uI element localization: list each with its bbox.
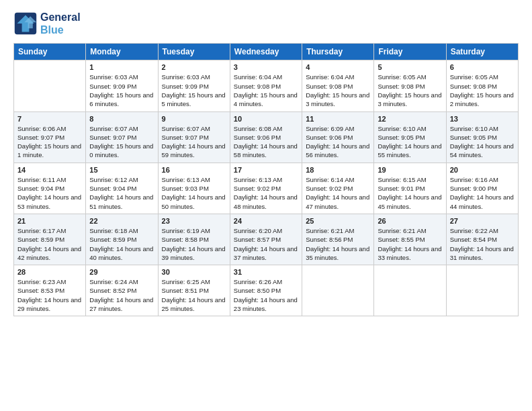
sunset-text: Sunset: 9:02 PM [234, 185, 281, 192]
sunrise-text: Sunrise: 6:03 AM [162, 73, 210, 81]
sunrise-text: Sunrise: 6:09 AM [306, 125, 354, 132]
day-info: Sunrise: 6:16 AM Sunset: 9:00 PM Dayligh… [450, 175, 515, 211]
day-number: 6 [450, 63, 515, 71]
page: General Blue SundayMondayTuesdayWednesda… [0, 0, 532, 323]
calendar-day-cell: 1 Sunrise: 6:03 AM Sunset: 9:09 PM Dayli… [86, 60, 158, 111]
sunset-text: Sunset: 8:59 PM [17, 236, 64, 243]
sunset-text: Sunset: 8:57 PM [234, 236, 281, 243]
daylight-text: Daylight: 15 hours and 6 minutes. [89, 91, 153, 107]
sunrise-text: Sunrise: 6:13 AM [234, 176, 282, 183]
day-number: 29 [89, 268, 154, 276]
calendar-day-cell [374, 265, 446, 316]
day-number: 3 [234, 63, 298, 71]
day-number: 17 [234, 166, 298, 174]
sunrise-text: Sunrise: 6:26 AM [234, 278, 282, 285]
sunset-text: Sunset: 8:51 PM [162, 287, 209, 294]
daylight-text: Daylight: 14 hours and 25 minutes. [162, 296, 226, 312]
calendar-day-cell: 11 Sunrise: 6:09 AM Sunset: 9:06 PM Dayl… [302, 111, 374, 163]
day-info: Sunrise: 6:05 AM Sunset: 9:08 PM Dayligh… [450, 73, 515, 108]
daylight-text: Daylight: 15 hours and 3 minutes. [306, 91, 369, 107]
calendar-table: SundayMondayTuesdayWednesdayThursdayFrid… [13, 43, 519, 316]
sunrise-text: Sunrise: 6:23 AM [17, 278, 66, 285]
calendar-day-cell: 17 Sunrise: 6:13 AM Sunset: 9:02 PM Dayl… [230, 163, 302, 214]
weekday-header: Saturday [446, 44, 518, 60]
calendar-week-row: 14 Sunrise: 6:11 AM Sunset: 9:04 PM Dayl… [14, 163, 519, 214]
daylight-text: Daylight: 14 hours and 48 minutes. [234, 193, 298, 210]
sunrise-text: Sunrise: 6:15 AM [378, 176, 426, 183]
day-number: 14 [17, 166, 82, 174]
calendar-day-cell: 24 Sunrise: 6:20 AM Sunset: 8:57 PM Dayl… [230, 214, 302, 265]
calendar-day-cell: 7 Sunrise: 6:06 AM Sunset: 9:07 PM Dayli… [14, 111, 86, 163]
day-info: Sunrise: 6:15 AM Sunset: 9:01 PM Dayligh… [378, 175, 442, 211]
calendar-day-cell: 18 Sunrise: 6:14 AM Sunset: 9:02 PM Dayl… [302, 163, 374, 214]
sunrise-text: Sunrise: 6:13 AM [162, 176, 210, 183]
sunset-text: Sunset: 9:05 PM [450, 134, 497, 141]
day-number: 12 [378, 115, 442, 123]
sunrise-text: Sunrise: 6:07 AM [89, 125, 138, 132]
calendar-day-cell: 2 Sunrise: 6:03 AM Sunset: 9:09 PM Dayli… [158, 60, 230, 111]
day-number: 15 [89, 166, 154, 174]
daylight-text: Daylight: 14 hours and 44 minutes. [450, 193, 514, 210]
logo: General Blue [13, 11, 81, 36]
day-number: 25 [306, 217, 370, 225]
calendar-day-cell: 31 Sunrise: 6:26 AM Sunset: 8:50 PM Dayl… [230, 265, 302, 316]
day-number: 26 [378, 217, 442, 225]
sunrise-text: Sunrise: 6:19 AM [162, 227, 210, 234]
day-info: Sunrise: 6:03 AM Sunset: 9:09 PM Dayligh… [89, 73, 154, 108]
sunset-text: Sunset: 9:09 PM [162, 83, 209, 90]
daylight-text: Daylight: 14 hours and 45 minutes. [378, 193, 441, 210]
day-info: Sunrise: 6:25 AM Sunset: 8:51 PM Dayligh… [162, 277, 226, 313]
calendar-day-cell: 8 Sunrise: 6:07 AM Sunset: 9:07 PM Dayli… [86, 111, 158, 163]
sunset-text: Sunset: 9:01 PM [378, 185, 425, 192]
day-number: 13 [450, 115, 515, 123]
daylight-text: Daylight: 14 hours and 40 minutes. [89, 245, 153, 261]
day-info: Sunrise: 6:04 AM Sunset: 9:08 PM Dayligh… [306, 73, 370, 108]
sunset-text: Sunset: 9:06 PM [234, 134, 281, 141]
weekday-header-row: SundayMondayTuesdayWednesdayThursdayFrid… [14, 44, 519, 60]
sunset-text: Sunset: 9:07 PM [17, 134, 64, 141]
daylight-text: Daylight: 14 hours and 59 minutes. [162, 142, 226, 158]
calendar-day-cell: 27 Sunrise: 6:22 AM Sunset: 8:54 PM Dayl… [446, 214, 518, 265]
daylight-text: Daylight: 14 hours and 51 minutes. [89, 193, 153, 210]
daylight-text: Daylight: 14 hours and 33 minutes. [378, 245, 441, 261]
daylight-text: Daylight: 14 hours and 27 minutes. [89, 296, 153, 312]
calendar-day-cell: 22 Sunrise: 6:18 AM Sunset: 8:59 PM Dayl… [86, 214, 158, 265]
calendar-day-cell: 20 Sunrise: 6:16 AM Sunset: 9:00 PM Dayl… [446, 163, 518, 214]
day-number: 30 [162, 268, 226, 276]
sunrise-text: Sunrise: 6:08 AM [234, 125, 282, 132]
sunset-text: Sunset: 9:09 PM [89, 83, 136, 90]
sunset-text: Sunset: 8:54 PM [450, 236, 497, 243]
sunrise-text: Sunrise: 6:06 AM [17, 125, 66, 132]
sunset-text: Sunset: 9:02 PM [306, 185, 353, 192]
sunset-text: Sunset: 9:08 PM [234, 83, 281, 90]
day-number: 31 [234, 268, 298, 276]
sunrise-text: Sunrise: 6:25 AM [162, 278, 210, 285]
sunrise-text: Sunrise: 6:21 AM [306, 227, 354, 234]
day-info: Sunrise: 6:08 AM Sunset: 9:06 PM Dayligh… [234, 124, 298, 160]
logo-icon [13, 11, 38, 36]
calendar-day-cell: 12 Sunrise: 6:10 AM Sunset: 9:05 PM Dayl… [374, 111, 446, 163]
day-number: 22 [89, 217, 154, 225]
day-number: 19 [378, 166, 442, 174]
sunset-text: Sunset: 9:07 PM [162, 134, 209, 141]
day-number: 8 [89, 115, 154, 123]
day-number: 4 [306, 63, 370, 71]
daylight-text: Daylight: 15 hours and 3 minutes. [378, 91, 441, 107]
day-info: Sunrise: 6:07 AM Sunset: 9:07 PM Dayligh… [89, 124, 154, 160]
sunset-text: Sunset: 8:55 PM [378, 236, 425, 243]
sunrise-text: Sunrise: 6:12 AM [89, 176, 138, 183]
day-number: 10 [234, 115, 298, 123]
daylight-text: Daylight: 14 hours and 50 minutes. [162, 193, 226, 210]
calendar-day-cell: 14 Sunrise: 6:11 AM Sunset: 9:04 PM Dayl… [14, 163, 86, 214]
calendar-day-cell: 28 Sunrise: 6:23 AM Sunset: 8:53 PM Dayl… [14, 265, 86, 316]
day-number: 2 [162, 63, 226, 71]
sunrise-text: Sunrise: 6:04 AM [306, 73, 354, 81]
calendar-day-cell: 29 Sunrise: 6:24 AM Sunset: 8:52 PM Dayl… [86, 265, 158, 316]
calendar-day-cell: 3 Sunrise: 6:04 AM Sunset: 9:08 PM Dayli… [230, 60, 302, 111]
sunset-text: Sunset: 9:08 PM [450, 83, 497, 90]
sunset-text: Sunset: 8:52 PM [89, 287, 136, 294]
calendar-day-cell: 4 Sunrise: 6:04 AM Sunset: 9:08 PM Dayli… [302, 60, 374, 111]
calendar-day-cell: 21 Sunrise: 6:17 AM Sunset: 8:59 PM Dayl… [14, 214, 86, 265]
daylight-text: Daylight: 15 hours and 0 minutes. [89, 142, 153, 158]
weekday-header: Wednesday [230, 44, 302, 60]
